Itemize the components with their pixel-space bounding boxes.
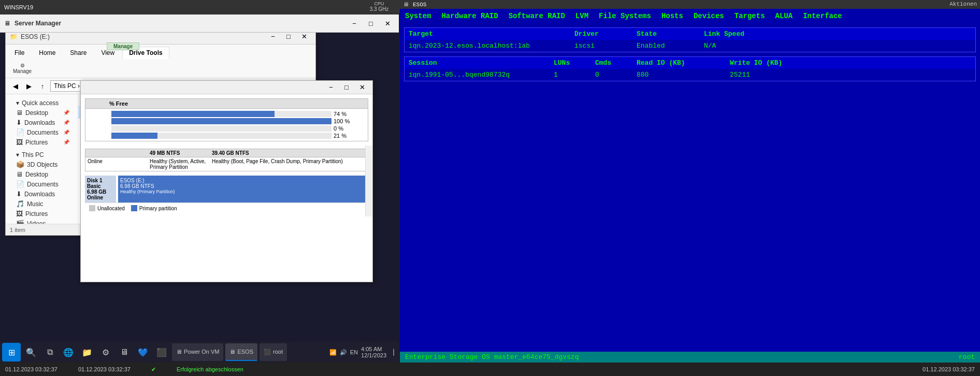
manage-button[interactable]: ⚙ Manage [10,61,35,76]
dt-status: Online [88,158,150,170]
nav-forward[interactable]: ▶ [23,80,35,92]
terminal-icon[interactable]: ⬛ [153,344,170,360]
sidebar-item-label: Downloads [24,191,55,198]
search-taskbar-icon[interactable]: 🔍 [23,344,39,360]
tray-time: 4:05 AM [361,346,386,352]
disk-type: Basic [87,183,114,189]
disk-popup-titlebar: − □ ✕ [81,81,372,94]
col-link-speed: Link Speed [704,30,787,38]
target-link: N/A [704,42,787,50]
sidebar-item-pictures-qa[interactable]: 🖼 Pictures 📌 [10,137,74,147]
ribbon: Manage File Home Share View Drive Tools … [6,45,315,78]
col-target: Target [409,30,574,38]
nav-targets[interactable]: Targets [734,12,765,20]
settings-icon[interactable]: ⚙ [97,344,114,360]
sidebar-item-pictures-pc[interactable]: 🖼 Pictures [10,209,74,219]
pin-icon: 📌 [63,120,69,125]
taskbar-app-esos[interactable]: 🖥 ESOS [225,343,257,361]
vm-icon: 🖥 [176,349,182,355]
percent-row-4: 21 % [89,133,365,139]
sm-maximize[interactable]: □ [364,17,378,30]
unallocated-legend-box [89,205,95,211]
cpu-label: CPU [361,1,398,6]
ribbon-bar: ⚙ Manage [6,59,315,78]
nav-up[interactable]: ↑ [37,80,48,92]
esos-topbar-left: 🖥 ESOS [403,1,426,8]
task-view-icon[interactable]: ⧉ [41,344,58,360]
statusbar-right: 01.12.2023 03:32:37 [923,366,975,372]
cpu-value: 3.3 GHz [361,6,398,12]
status-text: 1 item [10,227,25,233]
sidebar-item-desktop-pc[interactable]: 🖥 Desktop [10,169,74,179]
percent-bar-bg [111,133,332,139]
this-pc-header[interactable]: ▾ This PC [10,150,74,160]
percent-row-2: 100 % [89,118,365,124]
esos-bottom-right: root [959,353,975,361]
tab-home[interactable]: Home [32,47,62,59]
disk-maximize-button[interactable]: □ [339,81,354,94]
nav-alua[interactable]: ALUA [775,12,793,20]
sm-close[interactable]: ✕ [380,17,395,30]
start-button[interactable]: ⊞ [2,343,21,361]
nav-software-raid[interactable]: Software RAID [509,12,565,20]
sidebar-item-documents-qa[interactable]: 📄 Documents 📌 [10,127,74,137]
nav-interface[interactable]: Interface [803,12,842,20]
disk-minimize-button[interactable]: − [324,81,338,94]
disk-close-button[interactable]: ✕ [355,81,369,94]
desktop-icon: 🖥 [16,109,23,117]
nav-system[interactable]: System [405,12,431,20]
nav-devices[interactable]: Devices [694,12,724,20]
taskbar-app-power-on-vm[interactable]: 🖥 Power On VM [172,343,223,361]
sidebar-item-label: Videos [27,220,46,224]
partition-detail: 6.98 GB NTFS [120,183,366,189]
targets-header: Target Driver State Link Speed [405,28,975,40]
documents-icon: 📄 [16,128,24,136]
sidebar-item-music[interactable]: 🎵 Music [10,199,74,209]
server-manager-icon[interactable]: 🖥 [116,344,133,360]
sidebar-item-videos[interactable]: 🎬 Videos [10,219,74,224]
nav-hardware-raid[interactable]: Hardware RAID [441,12,498,20]
desktop-title: WINSRV19 [4,4,33,10]
sidebar-item-documents-pc[interactable]: 📄 Documents [10,179,74,189]
tray-volume-icon[interactable]: 🔊 [340,349,347,356]
nav-file-systems[interactable]: File Systems [599,12,651,20]
percent-value: 100 % [334,118,365,124]
sidebar-item-3d-objects[interactable]: 📦 3D Objects [10,160,74,169]
tray-lang[interactable]: EN [350,349,358,355]
powershell-icon[interactable]: 💙 [135,344,151,360]
sm-minimize[interactable]: − [347,17,362,30]
ribbon-manage-label[interactable]: Manage [107,42,139,50]
nav-lvm[interactable]: LVM [575,12,588,20]
sidebar-item-desktop-qa[interactable]: 🖥 Desktop 📌 [10,108,74,118]
sidebar-item-label: Pictures [25,210,48,218]
downloads-icon: ⬇ [16,190,22,198]
esos-topbar-actions: Aktionen [949,1,977,8]
col-read-io: Read IO (KB) [637,59,730,67]
show-desktop-button[interactable]: ▕ [390,349,394,356]
session-cmds: 0 [595,71,637,79]
pin-icon: 📌 [63,110,69,115]
quick-access-header[interactable]: ▾ Quick access [10,98,74,108]
nav-back[interactable]: ◀ [10,80,21,92]
root-icon: ⬛ [264,349,271,355]
disk-table-row: Online Healthy (System, Active, Primary … [85,157,368,171]
col-write-io: Write IO (KB) [730,59,823,67]
scrollbar-vertical-disk[interactable] [365,146,372,216]
sidebar-item-downloads-pc[interactable]: ⬇ Downloads [10,189,74,199]
documents-icon: 📄 [16,180,24,188]
tab-file[interactable]: File [8,47,31,59]
tray-clock[interactable]: 4:05 AM 12/1/2023 [361,346,386,358]
sidebar-item-downloads-qa[interactable]: ⬇ Downloads 📌 [10,118,74,127]
target-name: iqn.2023-12.esos.localhost:lab [409,42,574,50]
cpu-meter: CPU 3.3 GHz [358,0,400,13]
taskbar-app-root[interactable]: ⬛ root [260,343,287,361]
disk-popup-buttons: − □ ✕ [324,81,369,94]
explorer-taskbar-icon[interactable]: 📁 [79,344,95,360]
music-icon: 🎵 [16,200,24,208]
app-label: root [273,349,283,355]
edge-icon[interactable]: 🌐 [60,344,77,360]
tray-network-icon[interactable]: 📶 [329,349,337,356]
tab-share[interactable]: Share [63,47,93,59]
nav-hosts[interactable]: Hosts [661,12,683,20]
percent-bar-fill [111,133,157,139]
